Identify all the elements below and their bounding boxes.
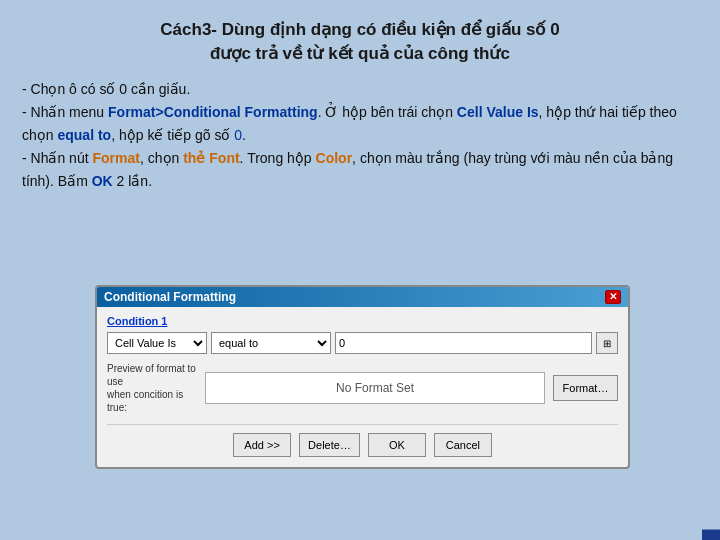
main-content: Cách3- Dùng định dạng có điều kiện để gi… bbox=[0, 0, 720, 213]
cancel-button[interactable]: Cancel bbox=[434, 433, 492, 457]
collapse-button[interactable]: ⊞ bbox=[596, 332, 618, 354]
page-title: Cách3- Dùng định dạng có điều kiện để gi… bbox=[22, 18, 698, 66]
value-input[interactable] bbox=[335, 332, 592, 354]
para1: - Chọn ô có số 0 cần giấu. bbox=[22, 78, 698, 101]
dialog-close-button[interactable]: ✕ bbox=[605, 290, 621, 304]
para2: - Nhấn menu Format>Conditional Formattin… bbox=[22, 101, 698, 147]
format-button[interactable]: Format… bbox=[553, 375, 618, 401]
preview-box: No Format Set bbox=[205, 372, 545, 404]
arrow-shape bbox=[702, 522, 720, 540]
dialog-title: Conditional Formatting bbox=[104, 290, 236, 304]
dialog-wrapper: Conditional Formatting ✕ Condition 1 Cel… bbox=[95, 285, 630, 469]
operator-dropdown[interactable]: equal to bbox=[211, 332, 331, 354]
conditional-formatting-dialog: Conditional Formatting ✕ Condition 1 Cel… bbox=[95, 285, 630, 469]
condition-row: Cell Value Is equal to ⊞ bbox=[107, 332, 618, 354]
para3: - Nhấn nút Format, chọn thẻ Font. Trong … bbox=[22, 147, 698, 193]
add-button[interactable]: Add >> bbox=[233, 433, 291, 457]
dialog-titlebar: Conditional Formatting ✕ bbox=[97, 287, 628, 307]
dialog-footer: Add >> Delete… OK Cancel bbox=[107, 424, 618, 457]
body-text: - Chọn ô có số 0 cần giấu. - Nhấn menu F… bbox=[22, 78, 698, 193]
preview-text: No Format Set bbox=[336, 381, 414, 395]
delete-button[interactable]: Delete… bbox=[299, 433, 360, 457]
preview-row: Preview of format to usewhen concition i… bbox=[107, 362, 618, 414]
title-block: Cách3- Dùng định dạng có điều kiện để gi… bbox=[22, 18, 698, 66]
preview-label: Preview of format to usewhen concition i… bbox=[107, 362, 197, 414]
dialog-body: Condition 1 Cell Value Is equal to ⊞ Pre… bbox=[97, 307, 628, 467]
cell-value-dropdown[interactable]: Cell Value Is bbox=[107, 332, 207, 354]
ok-button[interactable]: OK bbox=[368, 433, 426, 457]
condition-label: Condition 1 bbox=[107, 315, 618, 327]
